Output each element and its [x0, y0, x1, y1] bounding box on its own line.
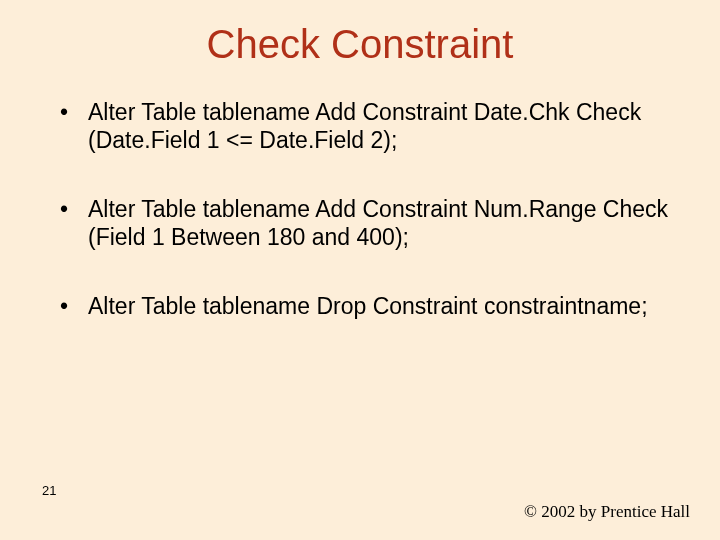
bullet-item: Alter Table tablename Add Constraint Num…: [60, 196, 690, 251]
footer-copyright: © 2002 by Prentice Hall: [524, 502, 690, 522]
bullet-item: Alter Table tablename Drop Constraint co…: [60, 293, 690, 321]
bullet-item: Alter Table tablename Add Constraint Dat…: [60, 99, 690, 154]
page-number: 21: [42, 483, 56, 498]
slide-content: Alter Table tablename Add Constraint Dat…: [60, 99, 690, 321]
slide-title: Check Constraint: [0, 22, 720, 67]
